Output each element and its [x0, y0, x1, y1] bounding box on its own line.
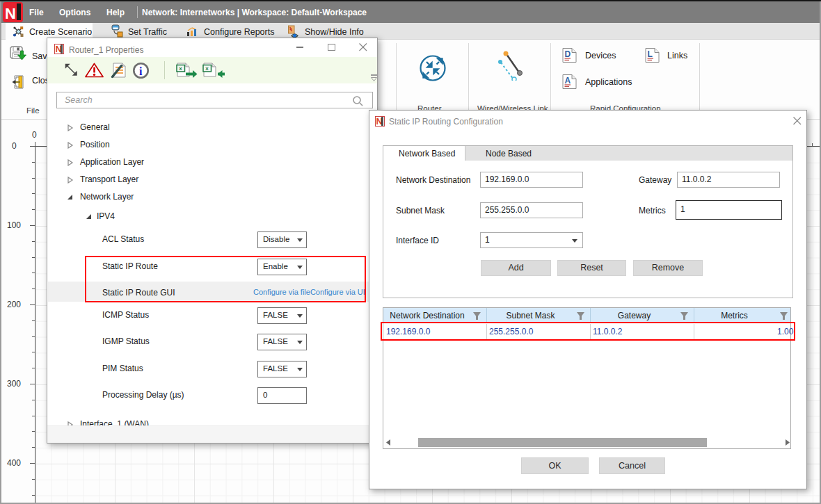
svg-text:A: A [565, 76, 571, 86]
svg-text:L: L [648, 49, 653, 59]
svg-text:i: i [139, 65, 143, 77]
svg-text:x: x [205, 65, 209, 72]
svg-text:x: x [179, 65, 182, 72]
svg-text:D: D [565, 49, 571, 59]
